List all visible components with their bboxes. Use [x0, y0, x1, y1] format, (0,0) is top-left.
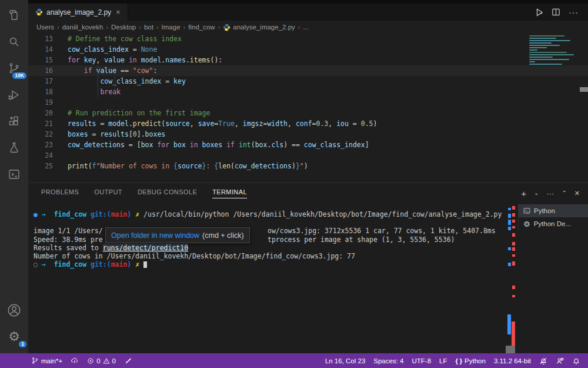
code-line[interactable]: 22boxes = results[0].boxes	[28, 129, 588, 140]
breadcrumb-separator: ›	[298, 24, 300, 31]
line-number[interactable]: 16	[28, 65, 53, 76]
breadcrumb-item[interactable]: bot	[144, 24, 153, 31]
overview-mark	[508, 227, 511, 230]
terminal-extension-icon[interactable]	[6, 166, 22, 183]
line-number[interactable]: 15	[28, 55, 53, 65]
code-line[interactable]: 20# Run prediction on the first image	[28, 108, 588, 118]
braces-icon: { }	[455, 357, 462, 364]
breadcrumb-item[interactable]: ...	[303, 24, 309, 31]
muted-bell-icon	[539, 357, 547, 365]
publish-changes-button[interactable]	[66, 357, 83, 364]
code-line[interactable]: 21results = model.predict(source, save=T…	[28, 118, 588, 129]
run-button[interactable]: ⌄	[534, 8, 543, 17]
branch-status[interactable]: main*+	[27, 357, 66, 364]
line-number[interactable]: 13	[28, 34, 53, 44]
breadcrumb-item[interactable]: Image	[162, 24, 181, 31]
overview-mark	[508, 247, 511, 250]
line-number[interactable]: 23	[28, 140, 53, 150]
line-number[interactable]: 18	[28, 87, 53, 97]
breadcrumb-separator: ›	[57, 24, 59, 31]
code-editor[interactable]: 13# Define the cow class index14cow_clas…	[28, 34, 588, 183]
bottom-panel: PROBLEMSOUTPUTDEBUG CONSOLETERMINAL + ⌄ …	[28, 183, 588, 353]
line-number[interactable]: 21	[28, 118, 53, 129]
new-terminal-icon[interactable]: +	[521, 189, 526, 198]
line-number[interactable]: 22	[28, 129, 53, 140]
close-panel-icon[interactable]: ✕	[574, 190, 580, 197]
vscode-window: 10K ⚙ 1 analyse_image_2.py ×	[0, 0, 588, 368]
run-dropdown-icon[interactable]: ⌄	[539, 9, 543, 15]
notifications-button[interactable]	[568, 357, 584, 365]
more-actions-icon[interactable]: ···	[569, 8, 579, 17]
problems-status[interactable]: 0 0	[83, 357, 120, 364]
code-line[interactable]: 19	[28, 97, 588, 108]
split-editor-icon[interactable]	[552, 8, 560, 16]
tab-bar: analyse_image_2.py × ⌄ ···	[28, 4, 588, 21]
launch-status[interactable]	[120, 357, 136, 364]
line-number[interactable]: 17	[28, 76, 53, 87]
python-interpreter-status[interactable]: 3.11.2 64-bit	[490, 357, 535, 364]
breadcrumb-item[interactable]: find_cow	[188, 24, 215, 31]
terminal-line: ○ → find_cow git:(main) ✗	[28, 260, 506, 268]
minimap[interactable]	[529, 35, 588, 66]
terminal-list-item[interactable]: ⚙Python De...	[519, 217, 588, 230]
breadcrumb-item[interactable]: Desktop	[111, 24, 136, 31]
language-mode-status[interactable]: { } Python	[451, 357, 489, 364]
panel-tab-terminal[interactable]: TERMINAL	[212, 188, 247, 198]
editor-actions: ⌄ ···	[534, 4, 588, 21]
panel-tab-output[interactable]: OUTPUT	[94, 188, 122, 198]
terminal[interactable]: ● → find_cow git:(main) ✗ /usr/local/bin…	[28, 203, 506, 354]
encoding-status[interactable]: UTF-8	[407, 357, 435, 364]
breadcrumb-item[interactable]: daniil_kovekh	[62, 24, 103, 31]
editor-scrollbar-thumb[interactable]	[580, 87, 588, 92]
terminal-list: Python⚙Python De...	[518, 204, 588, 230]
cursor-position-status[interactable]: Ln 16, Col 23	[321, 357, 369, 364]
search-icon[interactable]	[6, 34, 22, 50]
settings-gear-icon[interactable]: ⚙ 1	[6, 329, 22, 345]
warnings-icon	[103, 357, 110, 364]
overview-mark	[507, 314, 511, 334]
code-line[interactable]: 25print(f"Number of cows in {source}: {l…	[28, 161, 588, 171]
indentation-status[interactable]: Spaces: 4	[369, 357, 407, 364]
code-line[interactable]: 23cow_detections = [box for box in boxes…	[28, 140, 588, 150]
overview-mark	[512, 295, 515, 297]
open-folder-link[interactable]: Open folder in new window	[111, 231, 199, 240]
terminal-link[interactable]: runs/detect/predict10	[103, 244, 188, 252]
account-icon[interactable]	[6, 302, 22, 319]
cloud-upload-icon	[71, 357, 79, 364]
feedback-button[interactable]	[552, 357, 568, 365]
breadcrumb-item[interactable]: analyse_image_2.py	[223, 24, 295, 31]
terminal-lines: ● → find_cow git:(main) ✗ /usr/local/bin…	[28, 210, 506, 268]
notifications-muted-button[interactable]	[535, 357, 552, 365]
tab-analyse-image[interactable]: analyse_image_2.py ×	[28, 4, 128, 21]
terminal-list-item[interactable]: Python	[519, 204, 588, 217]
source-control-icon[interactable]: 10K	[6, 60, 22, 77]
panel-tab-debug-console[interactable]: DEBUG CONSOLE	[138, 188, 197, 198]
code-line[interactable]: 16 if value == "cow":	[28, 65, 588, 76]
maximize-panel-icon[interactable]: ⌃	[562, 190, 566, 196]
panel-actions: + ⌄ ··· ⌃ ✕	[521, 189, 588, 198]
code-line[interactable]: 24	[28, 150, 588, 161]
overview-mark	[512, 286, 515, 289]
panel-more-icon[interactable]: ···	[546, 190, 554, 197]
terminal-dropdown-icon[interactable]: ⌄	[534, 190, 539, 196]
code-line[interactable]: 18 break	[28, 87, 588, 97]
panel-tab-problems[interactable]: PROBLEMS	[41, 188, 79, 198]
line-number[interactable]: 24	[28, 150, 53, 161]
code-line[interactable]: 14cow_class_index = None	[28, 44, 588, 55]
breadcrumb-separator: ›	[218, 24, 220, 31]
line-number[interactable]: 19	[28, 97, 53, 108]
code-line[interactable]: 13# Define the cow class index	[28, 34, 588, 44]
breadcrumb-item[interactable]: Users	[36, 24, 54, 31]
extensions-icon[interactable]	[6, 113, 22, 130]
tab-close-icon[interactable]: ×	[115, 8, 122, 16]
eol-status[interactable]: LF	[435, 357, 451, 364]
line-number[interactable]: 14	[28, 44, 53, 55]
code-line[interactable]: 17 cow_class_index = key	[28, 76, 588, 87]
line-number[interactable]: 25	[28, 161, 53, 171]
testing-icon[interactable]	[6, 140, 22, 156]
explorer-icon[interactable]	[6, 7, 22, 24]
run-debug-icon[interactable]	[6, 87, 22, 103]
code-line[interactable]: 15for key, value in model.names.items():	[28, 55, 588, 65]
overview-mark	[508, 263, 511, 266]
line-number[interactable]: 20	[28, 108, 53, 118]
